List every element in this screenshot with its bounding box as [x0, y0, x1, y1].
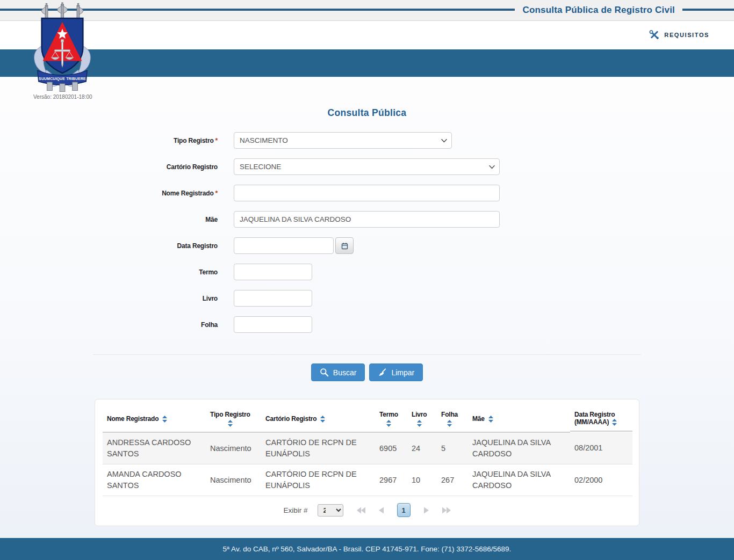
header-blue-band: [0, 49, 734, 77]
cartorio-registro-label: Cartório Registro: [0, 163, 218, 171]
form-divider: [93, 354, 641, 355]
cell-termo: 2967: [375, 464, 407, 496]
calendar-icon: [341, 242, 348, 250]
form-actions: Buscar Limpar: [0, 363, 734, 381]
sort-icon: [417, 420, 422, 427]
cell-cartorio: CARTÓRIO DE RCPN DE EUNÁPOLIS: [261, 464, 375, 496]
mae-input[interactable]: [234, 211, 500, 228]
livro-label: Livro: [0, 295, 218, 302]
cell-cartorio: CARTÓRIO DE RCPN DE EUNÁPOLIS: [261, 432, 375, 464]
footer: 5ª Av. do CAB, nº 560, Salvador/BA - Bra…: [0, 538, 734, 560]
field-row-tipo-registro: Tipo Registro* NASCIMENTO: [0, 132, 734, 149]
calendar-button[interactable]: [335, 237, 354, 254]
buscar-button[interactable]: Buscar: [311, 363, 365, 381]
first-page-button[interactable]: [357, 507, 365, 514]
termo-input[interactable]: [234, 264, 312, 280]
logo-motto: SUUMCUIQUE TRIBUERE: [39, 77, 86, 81]
nome-registrado-label: Nome Registrado*: [0, 190, 218, 197]
pagination: Exibir # 25 1: [103, 496, 631, 523]
cell-data: 08/2001: [570, 432, 632, 464]
current-page[interactable]: 1: [397, 503, 411, 517]
col-data-registro[interactable]: Data Registro (MM/AAAA): [570, 406, 632, 432]
sort-icon: [320, 416, 325, 423]
court-logo: SUUMCUIQUE TRIBUERE: [31, 2, 94, 96]
mae-label: Mãe: [0, 216, 218, 223]
requisitos-label: REQUISITOS: [664, 32, 709, 38]
sort-icon: [162, 416, 167, 423]
search-icon: [320, 368, 329, 377]
cell-nome: ANDRESSA CARDOSO SANTOS: [103, 432, 206, 464]
col-cartorio-registro[interactable]: Cartório Registro: [261, 406, 375, 432]
tipo-registro-label: Tipo Registro*: [0, 137, 218, 144]
col-livro[interactable]: Livro: [407, 406, 437, 432]
livro-input[interactable]: [234, 290, 312, 307]
page-title: Consulta Pública: [0, 107, 734, 119]
col-tipo-registro[interactable]: Tipo Registro: [206, 406, 261, 432]
results-table: Nome Registrado Tipo Registro Cartório R…: [103, 406, 632, 496]
field-row-mae: Mãe: [0, 211, 734, 228]
limpar-button[interactable]: Limpar: [369, 363, 423, 381]
broom-icon: [378, 368, 387, 377]
field-row-cartorio-registro: Cartório Registro SELECIONE: [0, 158, 734, 175]
nome-registrado-input[interactable]: [234, 185, 500, 201]
table-row: ANDRESSA CARDOSO SANTOS Nascimento CARTÓ…: [103, 432, 632, 464]
col-termo[interactable]: Termo: [375, 406, 407, 432]
axes-icon: [41, 3, 83, 20]
main-content: Consulta Pública Tipo Registro* NASCIMEN…: [0, 77, 734, 538]
cell-livro: 24: [407, 432, 437, 464]
col-nome-registrado[interactable]: Nome Registrado: [103, 406, 206, 432]
field-row-data-registro: Data Registro: [0, 237, 734, 254]
field-row-livro: Livro: [0, 290, 734, 307]
tools-icon: [649, 30, 659, 40]
sort-icon: [488, 416, 493, 423]
field-row-termo: Termo: [0, 264, 734, 280]
col-folha[interactable]: Folha: [437, 406, 468, 432]
cell-folha: 267: [437, 464, 468, 496]
cell-mae: JAQUELINA DA SILVA CARDOSO: [468, 432, 570, 464]
table-header-row: Nome Registrado Tipo Registro Cartório R…: [103, 406, 632, 432]
last-page-button[interactable]: [442, 507, 451, 514]
header: Consulta Pública de Registro Civil REQUI…: [0, 0, 734, 77]
field-row-folha: Folha: [0, 316, 734, 333]
footer-address: 5ª Av. do CAB, nº 560, Salvador/BA - Bra…: [223, 545, 512, 553]
required-marker: *: [215, 190, 218, 197]
cell-termo: 6905: [375, 432, 407, 464]
tipo-registro-select[interactable]: NASCIMENTO: [234, 132, 452, 149]
header-nav-strip: REQUISITOS: [0, 21, 734, 49]
cell-livro: 10: [407, 464, 437, 496]
next-page-button[interactable]: [424, 507, 429, 514]
data-registro-label: Data Registro: [0, 242, 218, 250]
page-size-label: Exibir #: [283, 506, 307, 514]
requisitos-link[interactable]: REQUISITOS: [649, 30, 709, 40]
data-registro-input[interactable]: [234, 237, 334, 254]
field-row-nome-registrado: Nome Registrado*: [0, 185, 734, 201]
cell-tipo: Nascimento: [206, 464, 261, 496]
cell-nome: AMANDA CARDOSO SANTOS: [103, 464, 206, 496]
cell-data: 02/2000: [570, 464, 632, 496]
sort-icon: [447, 420, 452, 427]
required-marker: *: [215, 137, 218, 144]
table-row: AMANDA CARDOSO SANTOS Nascimento CARTÓRI…: [103, 464, 632, 496]
sort-icon: [612, 419, 617, 426]
version-label: Versão: 20180201-18:00: [33, 94, 92, 100]
header-title-strip: Consulta Pública de Registro Civil: [0, 0, 734, 21]
prev-page-button[interactable]: [379, 507, 384, 514]
page-size-select[interactable]: 25: [318, 504, 343, 517]
cell-folha: 5: [437, 432, 468, 464]
folha-input[interactable]: [234, 316, 312, 333]
sort-icon: [386, 420, 391, 427]
app-title: Consulta Pública de Registro Civil: [515, 4, 682, 16]
col-mae[interactable]: Mãe: [468, 406, 570, 432]
sort-icon: [228, 420, 233, 427]
cartorio-registro-select[interactable]: SELECIONE: [234, 158, 500, 175]
results-panel: Nome Registrado Tipo Registro Cartório R…: [95, 399, 639, 526]
folha-label: Folha: [0, 321, 218, 329]
termo-label: Termo: [0, 268, 218, 276]
cell-mae: JAQUELINA DA SILVA CARDOSO: [468, 464, 570, 496]
cell-tipo: Nascimento: [206, 432, 261, 464]
